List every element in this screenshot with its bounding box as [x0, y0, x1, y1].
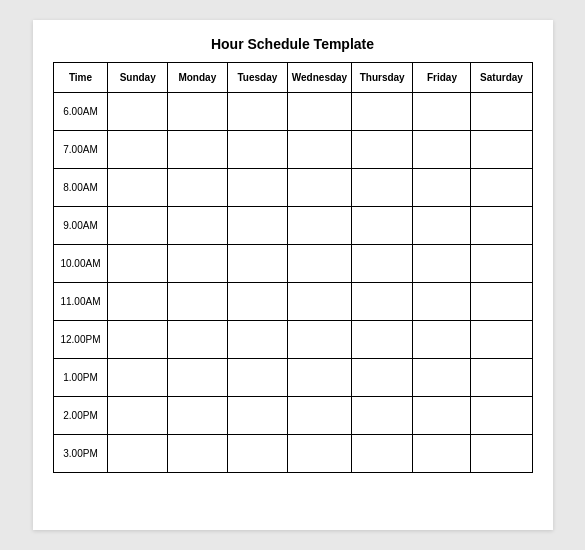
time-cell-7: 1.00PM	[53, 359, 108, 397]
day-cell-7-monday[interactable]	[167, 359, 227, 397]
page-title: Hour Schedule Template	[53, 36, 533, 52]
day-cell-0-thursday[interactable]	[351, 93, 413, 131]
day-cell-8-sunday[interactable]	[108, 397, 167, 435]
day-cell-7-wednesday[interactable]	[288, 359, 352, 397]
day-cell-6-tuesday[interactable]	[227, 321, 287, 359]
table-row: 2.00PM	[53, 397, 532, 435]
day-cell-3-monday[interactable]	[167, 207, 227, 245]
table-row: 3.00PM	[53, 435, 532, 473]
day-cell-9-saturday[interactable]	[471, 435, 532, 473]
day-cell-5-tuesday[interactable]	[227, 283, 287, 321]
day-cell-3-tuesday[interactable]	[227, 207, 287, 245]
day-cell-6-sunday[interactable]	[108, 321, 167, 359]
day-cell-8-monday[interactable]	[167, 397, 227, 435]
day-cell-3-sunday[interactable]	[108, 207, 167, 245]
header-wednesday: Wednesday	[288, 63, 352, 93]
day-cell-2-monday[interactable]	[167, 169, 227, 207]
day-cell-6-monday[interactable]	[167, 321, 227, 359]
day-cell-1-wednesday[interactable]	[288, 131, 352, 169]
day-cell-4-thursday[interactable]	[351, 245, 413, 283]
day-cell-4-wednesday[interactable]	[288, 245, 352, 283]
time-cell-4: 10.00AM	[53, 245, 108, 283]
table-row: 9.00AM	[53, 207, 532, 245]
day-cell-2-saturday[interactable]	[471, 169, 532, 207]
day-cell-3-friday[interactable]	[413, 207, 471, 245]
header-row: TimeSundayMondayTuesdayWednesdayThursday…	[53, 63, 532, 93]
header-tuesday: Tuesday	[227, 63, 287, 93]
day-cell-1-tuesday[interactable]	[227, 131, 287, 169]
day-cell-5-wednesday[interactable]	[288, 283, 352, 321]
time-cell-2: 8.00AM	[53, 169, 108, 207]
table-row: 6.00AM	[53, 93, 532, 131]
time-cell-0: 6.00AM	[53, 93, 108, 131]
day-cell-6-thursday[interactable]	[351, 321, 413, 359]
header-thursday: Thursday	[351, 63, 413, 93]
day-cell-6-wednesday[interactable]	[288, 321, 352, 359]
time-cell-1: 7.00AM	[53, 131, 108, 169]
table-row: 12.00PM	[53, 321, 532, 359]
day-cell-9-tuesday[interactable]	[227, 435, 287, 473]
header-time: Time	[53, 63, 108, 93]
day-cell-1-monday[interactable]	[167, 131, 227, 169]
day-cell-7-tuesday[interactable]	[227, 359, 287, 397]
day-cell-1-thursday[interactable]	[351, 131, 413, 169]
header-friday: Friday	[413, 63, 471, 93]
day-cell-0-sunday[interactable]	[108, 93, 167, 131]
day-cell-4-sunday[interactable]	[108, 245, 167, 283]
day-cell-7-friday[interactable]	[413, 359, 471, 397]
day-cell-4-tuesday[interactable]	[227, 245, 287, 283]
day-cell-7-thursday[interactable]	[351, 359, 413, 397]
table-row: 1.00PM	[53, 359, 532, 397]
schedule-table: TimeSundayMondayTuesdayWednesdayThursday…	[53, 62, 533, 473]
time-cell-8: 2.00PM	[53, 397, 108, 435]
day-cell-0-wednesday[interactable]	[288, 93, 352, 131]
day-cell-0-tuesday[interactable]	[227, 93, 287, 131]
day-cell-2-thursday[interactable]	[351, 169, 413, 207]
day-cell-1-saturday[interactable]	[471, 131, 532, 169]
day-cell-1-sunday[interactable]	[108, 131, 167, 169]
day-cell-0-saturday[interactable]	[471, 93, 532, 131]
table-row: 8.00AM	[53, 169, 532, 207]
header-monday: Monday	[167, 63, 227, 93]
day-cell-8-wednesday[interactable]	[288, 397, 352, 435]
day-cell-5-saturday[interactable]	[471, 283, 532, 321]
day-cell-4-monday[interactable]	[167, 245, 227, 283]
day-cell-6-friday[interactable]	[413, 321, 471, 359]
day-cell-0-monday[interactable]	[167, 93, 227, 131]
day-cell-3-wednesday[interactable]	[288, 207, 352, 245]
day-cell-6-saturday[interactable]	[471, 321, 532, 359]
day-cell-1-friday[interactable]	[413, 131, 471, 169]
day-cell-0-friday[interactable]	[413, 93, 471, 131]
day-cell-5-sunday[interactable]	[108, 283, 167, 321]
day-cell-5-thursday[interactable]	[351, 283, 413, 321]
time-cell-6: 12.00PM	[53, 321, 108, 359]
day-cell-2-wednesday[interactable]	[288, 169, 352, 207]
time-cell-9: 3.00PM	[53, 435, 108, 473]
table-row: 7.00AM	[53, 131, 532, 169]
page: Hour Schedule Template TimeSundayMondayT…	[33, 20, 553, 530]
day-cell-3-thursday[interactable]	[351, 207, 413, 245]
day-cell-8-saturday[interactable]	[471, 397, 532, 435]
day-cell-4-friday[interactable]	[413, 245, 471, 283]
day-cell-9-monday[interactable]	[167, 435, 227, 473]
time-cell-5: 11.00AM	[53, 283, 108, 321]
day-cell-7-saturday[interactable]	[471, 359, 532, 397]
day-cell-8-tuesday[interactable]	[227, 397, 287, 435]
table-row: 11.00AM	[53, 283, 532, 321]
day-cell-5-monday[interactable]	[167, 283, 227, 321]
day-cell-7-sunday[interactable]	[108, 359, 167, 397]
day-cell-5-friday[interactable]	[413, 283, 471, 321]
day-cell-2-tuesday[interactable]	[227, 169, 287, 207]
day-cell-3-saturday[interactable]	[471, 207, 532, 245]
day-cell-9-sunday[interactable]	[108, 435, 167, 473]
day-cell-2-sunday[interactable]	[108, 169, 167, 207]
day-cell-2-friday[interactable]	[413, 169, 471, 207]
day-cell-8-friday[interactable]	[413, 397, 471, 435]
day-cell-9-thursday[interactable]	[351, 435, 413, 473]
day-cell-4-saturday[interactable]	[471, 245, 532, 283]
table-row: 10.00AM	[53, 245, 532, 283]
day-cell-8-thursday[interactable]	[351, 397, 413, 435]
day-cell-9-wednesday[interactable]	[288, 435, 352, 473]
time-cell-3: 9.00AM	[53, 207, 108, 245]
day-cell-9-friday[interactable]	[413, 435, 471, 473]
